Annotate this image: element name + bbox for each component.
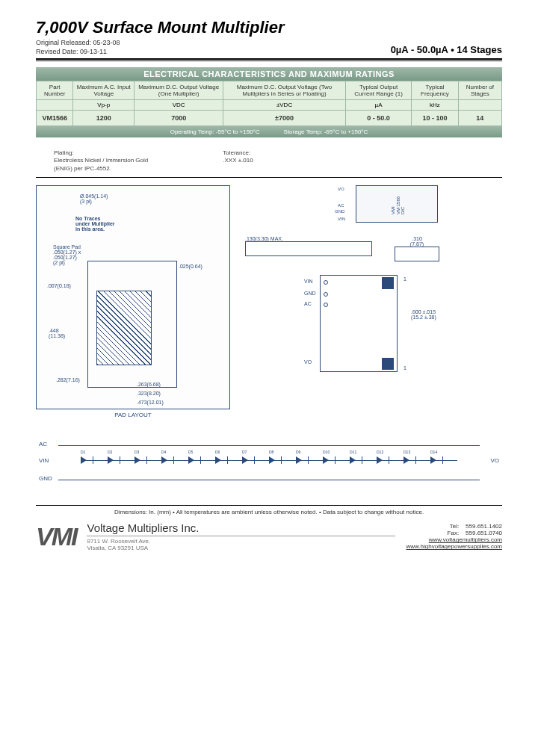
url-2[interactable]: www.highvoltagepowersupplies.com (406, 543, 502, 550)
url-1[interactable]: www.voltagemultipliers.com (429, 536, 502, 543)
schematic-diagram: AC VIN GND VO D1D2D3D4D5D6D7D8D9D10D11D1… (36, 433, 502, 493)
pad-layout-diagram: Ø.045(1.14)(3 pl) No Tracesunder Multipl… (36, 185, 230, 409)
tolerance-note: Tolerance: .XXX ±.010 (223, 149, 253, 173)
footer-note: Dimensions: In. (mm) • All temperatures … (36, 509, 502, 515)
contact-block: Tel: 559.651.1402 Fax: 559.651.0740 www.… (406, 523, 502, 550)
page-title: 7,000V Surface Mount Multiplier (36, 18, 285, 37)
released-line: Original Released: 05-23-08 (36, 39, 285, 46)
top-view-diagram: VMIVM 1566D/C (356, 185, 438, 223)
col-part: Part Number (37, 81, 73, 100)
vmi-logo: VMI (36, 522, 76, 551)
table-row: VM1566 1200 7000 ±7000 0 - 50.0 10 - 100… (37, 111, 502, 126)
pad-layout-caption: PAD LAYOUT (36, 412, 230, 418)
col-acin: Maximum A.C. Input Voltage (73, 81, 134, 100)
revised-line: Revised Date: 09-13-11 (36, 48, 285, 55)
company-name: Voltage Multipliers Inc. (87, 521, 395, 534)
electrical-table: Part Number Maximum A.C. Input Voltage M… (36, 81, 502, 126)
plating-note: Plating: Electroless Nickel / Immersion … (54, 149, 148, 173)
col-iout: Typical Output Current Range (1) (345, 81, 411, 100)
page-subtitle: 0µA - 50.0µA • 14 Stages (391, 44, 502, 55)
section-header: ELECTRICAL CHARACTERISTICS AND MAXIMUM R… (36, 67, 502, 81)
side-view-diagram: .130(3.30) MAX. .310(7.87) (245, 236, 502, 261)
col-freq: Typical Frequency (412, 81, 458, 100)
address: 8711 W. Roosevelt Ave.Visalia, CA 93291 … (87, 538, 395, 551)
col-stages: Number of Stages (458, 81, 501, 100)
col-dcout2: Maximum D.C. Output Voltage (Two Multipl… (223, 81, 346, 100)
temp-bar: Operating Temp: -55°C to +150°CStorage T… (36, 126, 502, 137)
bottom-view-diagram: VIN GND AC VO 1 1 .600 ±.015(15.2 ±.38) (245, 275, 502, 372)
col-dcout1: Maximum D.C. Output Voltage (One Multipl… (134, 81, 223, 100)
